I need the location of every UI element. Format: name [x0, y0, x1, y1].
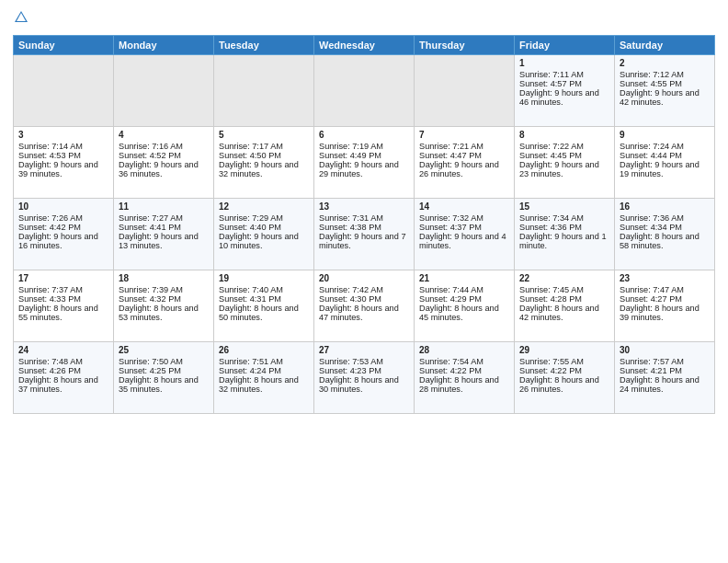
calendar-cell: 14Sunrise: 7:32 AMSunset: 4:37 PMDayligh… — [415, 199, 515, 270]
day-number: 9 — [620, 130, 710, 140]
day-info: Sunrise: 7:17 AM — [219, 142, 309, 151]
day-info: Daylight: 8 hours and 39 minutes. — [620, 304, 710, 322]
day-number: 3 — [18, 130, 108, 140]
day-number: 28 — [419, 345, 509, 355]
calendar-cell: 6Sunrise: 7:19 AMSunset: 4:49 PMDaylight… — [314, 127, 415, 199]
col-header-thursday: Thursday — [415, 36, 515, 55]
day-info: Sunrise: 7:36 AM — [620, 213, 710, 223]
day-info: Sunset: 4:50 PM — [219, 151, 309, 160]
day-info: Daylight: 9 hours and 10 minutes. — [219, 232, 309, 250]
day-number: 11 — [119, 201, 209, 212]
day-number: 18 — [119, 273, 209, 283]
day-info: Daylight: 8 hours and 55 minutes. — [18, 304, 108, 322]
day-info: Sunrise: 7:51 AM — [219, 357, 309, 366]
day-info: Sunset: 4:41 PM — [119, 223, 209, 232]
day-info: Sunset: 4:57 PM — [519, 79, 609, 88]
day-number: 29 — [519, 345, 609, 355]
day-info: Sunrise: 7:55 AM — [519, 357, 609, 366]
day-info: Sunrise: 7:54 AM — [419, 357, 509, 366]
day-info: Daylight: 8 hours and 26 minutes. — [519, 375, 609, 394]
day-info: Daylight: 9 hours and 1 minute. — [519, 232, 609, 250]
calendar-cell: 18Sunrise: 7:39 AMSunset: 4:32 PMDayligh… — [114, 270, 214, 342]
day-number: 19 — [219, 273, 309, 283]
day-number: 8 — [519, 130, 609, 140]
calendar-cell: 16Sunrise: 7:36 AMSunset: 4:34 PMDayligh… — [615, 199, 715, 270]
day-number: 24 — [18, 345, 108, 355]
day-number: 2 — [620, 58, 710, 68]
day-info: Sunset: 4:22 PM — [519, 366, 609, 375]
day-info: Sunset: 4:38 PM — [319, 223, 409, 232]
day-info: Daylight: 9 hours and 46 minutes. — [519, 88, 609, 107]
calendar-cell: 25Sunrise: 7:50 AMSunset: 4:25 PMDayligh… — [114, 342, 214, 414]
day-info: Sunrise: 7:45 AM — [519, 285, 609, 294]
day-info: Sunset: 4:55 PM — [620, 79, 710, 88]
calendar-cell: 11Sunrise: 7:27 AMSunset: 4:41 PMDayligh… — [114, 199, 214, 270]
calendar-cell: 19Sunrise: 7:40 AMSunset: 4:31 PMDayligh… — [214, 270, 314, 342]
calendar-cell: 21Sunrise: 7:44 AMSunset: 4:29 PMDayligh… — [415, 270, 515, 342]
day-info: Daylight: 9 hours and 23 minutes. — [519, 160, 609, 178]
calendar-cell: 15Sunrise: 7:34 AMSunset: 4:36 PMDayligh… — [515, 199, 615, 270]
day-info: Daylight: 8 hours and 30 minutes. — [319, 375, 409, 394]
day-number: 21 — [419, 273, 509, 283]
day-info: Sunset: 4:22 PM — [419, 366, 509, 375]
calendar-cell: 17Sunrise: 7:37 AMSunset: 4:33 PMDayligh… — [14, 270, 114, 342]
calendar-cell — [114, 55, 214, 127]
calendar-table: SundayMondayTuesdayWednesdayThursdayFrid… — [13, 35, 715, 414]
day-number: 27 — [319, 345, 409, 355]
day-info: Sunrise: 7:14 AM — [18, 142, 108, 151]
day-info: Sunset: 4:40 PM — [219, 223, 309, 232]
day-info: Sunset: 4:47 PM — [419, 151, 509, 160]
day-info: Sunset: 4:36 PM — [519, 223, 609, 232]
day-info: Daylight: 8 hours and 42 minutes. — [519, 304, 609, 322]
day-info: Sunset: 4:27 PM — [620, 294, 710, 304]
day-number: 4 — [119, 130, 209, 140]
calendar-cell: 3Sunrise: 7:14 AMSunset: 4:53 PMDaylight… — [14, 127, 114, 199]
day-info: Sunrise: 7:37 AM — [18, 285, 108, 294]
day-number: 15 — [519, 201, 609, 212]
day-number: 12 — [219, 201, 309, 212]
day-info: Sunrise: 7:21 AM — [419, 142, 509, 151]
day-info: Daylight: 9 hours and 16 minutes. — [18, 232, 108, 250]
calendar-week-4: 17Sunrise: 7:37 AMSunset: 4:33 PMDayligh… — [14, 270, 715, 342]
day-info: Sunset: 4:42 PM — [18, 223, 108, 232]
day-number: 5 — [219, 130, 309, 140]
calendar-cell: 10Sunrise: 7:26 AMSunset: 4:42 PMDayligh… — [14, 199, 114, 270]
col-header-friday: Friday — [515, 36, 615, 55]
day-info: Sunset: 4:29 PM — [419, 294, 509, 304]
day-number: 16 — [620, 201, 710, 212]
day-info: Sunset: 4:28 PM — [519, 294, 609, 304]
col-header-sunday: Sunday — [14, 36, 114, 55]
day-number: 6 — [319, 130, 409, 140]
day-info: Sunset: 4:49 PM — [319, 151, 409, 160]
page: SundayMondayTuesdayWednesdayThursdayFrid… — [0, 0, 728, 563]
day-info: Daylight: 9 hours and 26 minutes. — [419, 160, 509, 178]
day-info: Daylight: 9 hours and 13 minutes. — [119, 232, 209, 250]
calendar-cell: 7Sunrise: 7:21 AMSunset: 4:47 PMDaylight… — [415, 127, 515, 199]
calendar-week-1: 1Sunrise: 7:11 AMSunset: 4:57 PMDaylight… — [14, 55, 715, 127]
day-info: Sunrise: 7:32 AM — [419, 213, 509, 223]
calendar-cell: 28Sunrise: 7:54 AMSunset: 4:22 PMDayligh… — [415, 342, 515, 414]
calendar-cell: 30Sunrise: 7:57 AMSunset: 4:21 PMDayligh… — [615, 342, 715, 414]
calendar-cell: 2Sunrise: 7:12 AMSunset: 4:55 PMDaylight… — [615, 55, 715, 127]
col-header-tuesday: Tuesday — [214, 36, 314, 55]
day-info: Daylight: 9 hours and 42 minutes. — [620, 88, 710, 107]
day-info: Sunset: 4:44 PM — [620, 151, 710, 160]
day-info: Sunset: 4:31 PM — [219, 294, 309, 304]
day-info: Daylight: 8 hours and 28 minutes. — [419, 375, 509, 394]
calendar-cell — [14, 55, 114, 127]
day-number: 23 — [620, 273, 710, 283]
day-info: Daylight: 8 hours and 35 minutes. — [119, 375, 209, 394]
day-number: 20 — [319, 273, 409, 283]
calendar-cell: 13Sunrise: 7:31 AMSunset: 4:38 PMDayligh… — [314, 199, 415, 270]
day-info: Sunset: 4:34 PM — [620, 223, 710, 232]
day-info: Sunrise: 7:26 AM — [18, 213, 108, 223]
day-info: Sunset: 4:53 PM — [18, 151, 108, 160]
day-number: 14 — [419, 201, 509, 212]
day-info: Sunrise: 7:34 AM — [519, 213, 609, 223]
day-number: 1 — [519, 58, 609, 68]
day-info: Sunrise: 7:53 AM — [319, 357, 409, 366]
calendar-week-3: 10Sunrise: 7:26 AMSunset: 4:42 PMDayligh… — [14, 199, 715, 270]
col-header-saturday: Saturday — [615, 36, 715, 55]
day-number: 7 — [419, 130, 509, 140]
day-info: Sunrise: 7:12 AM — [620, 70, 710, 79]
